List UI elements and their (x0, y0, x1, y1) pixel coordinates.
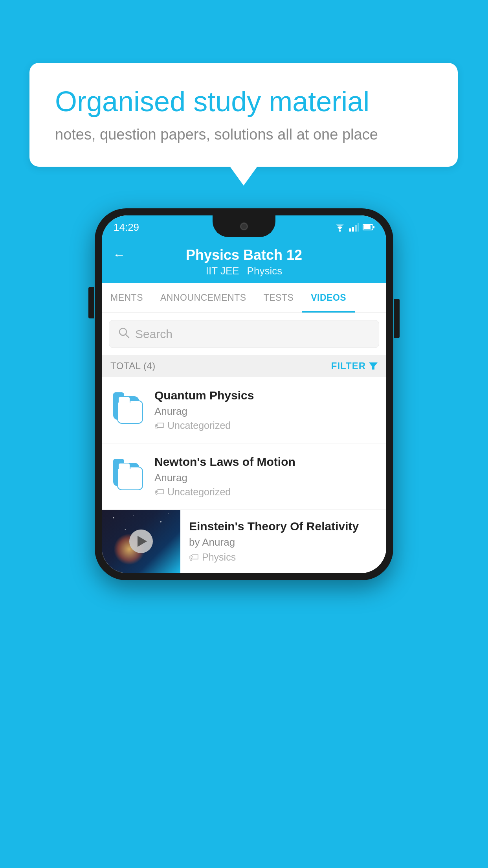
video-tag: 🏷 Uncategorized (154, 486, 378, 498)
notch (213, 215, 275, 237)
search-placeholder: Search (135, 327, 172, 341)
folder-icon (113, 396, 143, 424)
video-tag: 🏷 Uncategorized (154, 420, 378, 431)
speech-bubble-subtitle: notes, question papers, solutions all at… (55, 126, 432, 143)
tag-icon: 🏷 (154, 486, 164, 498)
speech-bubble: Organised study material notes, question… (29, 63, 458, 167)
svg-point-15 (160, 521, 161, 522)
tag-label: Physics (202, 552, 236, 563)
status-bar: 14:29 (102, 215, 386, 239)
header-subtitle-1: IIT JEE (206, 265, 239, 277)
app-header: ← Physics Batch 12 IIT JEE Physics (102, 239, 386, 283)
svg-marker-1 (336, 224, 344, 228)
phone-outer: 14:29 (95, 208, 393, 580)
list-item[interactable]: Newton's Laws of Motion Anurag 🏷 Uncateg… (102, 443, 386, 510)
tag-icon: 🏷 (189, 552, 199, 563)
video-thumb (110, 459, 146, 494)
svg-point-2 (339, 230, 341, 232)
video-author: Anurag (154, 472, 378, 484)
video-title: Newton's Laws of Motion (154, 455, 378, 469)
svg-point-14 (133, 515, 134, 516)
tag-label: Uncategorized (167, 420, 231, 431)
svg-point-17 (125, 529, 126, 530)
tag-icon: 🏷 (154, 420, 164, 431)
video-list: Quantum Physics Anurag 🏷 Uncategorized (102, 377, 386, 573)
svg-point-16 (168, 513, 169, 514)
phone-screen: 14:29 (102, 215, 386, 573)
video-info: Quantum Physics Anurag 🏷 Uncategorized (154, 389, 378, 431)
header-subtitle-2: Physics (247, 265, 283, 277)
svg-rect-4 (352, 227, 354, 232)
speech-bubble-title: Organised study material (55, 85, 432, 118)
status-time: 14:29 (114, 221, 139, 234)
tab-ments[interactable]: MENTS (102, 283, 152, 313)
filter-icon (369, 362, 378, 370)
wifi-icon (334, 223, 345, 232)
video-author: by Anurag (189, 536, 378, 548)
tag-label: Uncategorized (167, 486, 231, 498)
header-subtitle: IIT JEE Physics (206, 265, 282, 277)
video-info: Einstein's Theory Of Relativity by Anura… (180, 510, 386, 573)
tab-announcements[interactable]: ANNOUNCEMENTS (152, 283, 255, 313)
play-triangle (138, 536, 147, 547)
search-bar[interactable]: Search (109, 320, 379, 348)
phone-wrapper: 14:29 (95, 208, 393, 580)
search-icon (118, 327, 130, 341)
svg-rect-9 (373, 226, 374, 228)
header-title: Physics Batch 12 (186, 247, 302, 263)
list-item[interactable]: Quantum Physics Anurag 🏷 Uncategorized (102, 377, 386, 443)
total-label: TOTAL (4) (110, 360, 156, 371)
tab-tests[interactable]: TESTS (255, 283, 303, 313)
video-author: Anurag (154, 405, 378, 417)
svg-rect-8 (363, 225, 371, 229)
video-tag: 🏷 Physics (189, 552, 378, 563)
filter-label: FILTER (331, 360, 366, 371)
svg-rect-3 (349, 228, 351, 232)
filter-button[interactable]: FILTER (331, 360, 378, 371)
svg-marker-0 (338, 227, 342, 230)
signal-icon (349, 223, 359, 232)
svg-marker-12 (369, 362, 378, 370)
svg-rect-5 (355, 225, 357, 232)
tabs-bar: MENTS ANNOUNCEMENTS TESTS VIDEOS (102, 283, 386, 313)
back-button[interactable]: ← (113, 248, 125, 262)
video-thumbnail (102, 510, 180, 573)
camera (240, 223, 248, 230)
video-title: Quantum Physics (154, 389, 378, 402)
svg-rect-6 (358, 223, 359, 232)
folder-icon (113, 463, 143, 490)
tab-videos[interactable]: VIDEOS (302, 283, 355, 313)
video-thumb (110, 392, 146, 428)
play-button[interactable] (129, 530, 153, 553)
list-item[interactable]: Einstein's Theory Of Relativity by Anura… (102, 510, 386, 573)
battery-icon (363, 224, 374, 231)
video-info: Newton's Laws of Motion Anurag 🏷 Uncateg… (154, 455, 378, 498)
svg-line-11 (126, 335, 129, 338)
video-title: Einstein's Theory Of Relativity (189, 520, 378, 533)
svg-point-13 (113, 517, 114, 519)
filter-bar: TOTAL (4) FILTER (102, 355, 386, 377)
status-icons (334, 223, 374, 232)
